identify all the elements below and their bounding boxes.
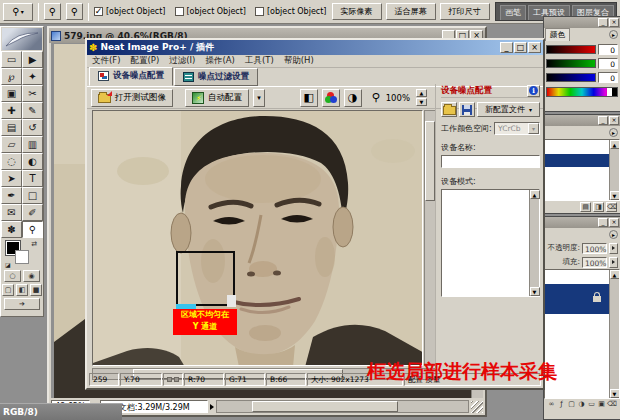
menu-item-0[interactable]: 文件(F) xyxy=(92,55,121,67)
spin-down-icon[interactable]: ▼ xyxy=(416,98,427,106)
background-color[interactable] xyxy=(15,250,29,264)
background-window-titlebar[interactable]: RGB/8) xyxy=(0,403,122,420)
layer-style-icon[interactable]: ƒ xyxy=(557,400,566,410)
option-checkbox-0[interactable]: [object Object] xyxy=(94,7,166,16)
opacity-slider-icon[interactable] xyxy=(609,243,618,254)
new-snapshot-icon[interactable]: ◨ xyxy=(593,202,604,212)
menu-item-5[interactable]: 帮助(H) xyxy=(284,55,314,67)
selection-handle[interactable] xyxy=(227,295,236,307)
green-slider[interactable] xyxy=(546,59,596,68)
option-button-2[interactable]: 打印尺寸 xyxy=(440,3,490,20)
tool-type[interactable]: T xyxy=(22,170,43,187)
history-scrollbar[interactable]: ▲ ▼ xyxy=(609,140,619,200)
color-ramp[interactable] xyxy=(546,87,618,97)
option-checkbox-1[interactable]: [object Object] xyxy=(175,7,247,16)
zoom-spinner[interactable]: ▲ ▼ xyxy=(416,89,427,106)
tab-device-noise-profile[interactable]: 设备噪点配置 xyxy=(89,67,173,86)
close-button[interactable]: × xyxy=(609,18,619,27)
layer-group-icon[interactable]: ▭ xyxy=(587,400,596,410)
checkbox-icon[interactable] xyxy=(175,7,184,16)
red-value[interactable]: 0 xyxy=(598,44,618,55)
tool-crop[interactable]: ▣ xyxy=(1,85,22,102)
tool-path-select[interactable]: ➤ xyxy=(1,170,22,187)
default-colors-icon[interactable]: ◪ xyxy=(5,261,11,268)
tool-preset-picker[interactable]: ⚲ ▾ xyxy=(3,3,33,21)
open-test-image-button[interactable]: 打开测试图像 xyxy=(91,89,173,107)
tool-eraser[interactable]: ▱ xyxy=(1,136,22,153)
blue-value[interactable]: 0 xyxy=(598,72,618,83)
minimize-button[interactable]: _ xyxy=(500,42,513,53)
close-button[interactable]: × xyxy=(609,218,619,227)
resize-grip[interactable] xyxy=(471,401,483,413)
palette-well-tab-0[interactable]: 画笔 xyxy=(500,5,526,20)
layers-scrollbar[interactable]: ▲ ▼ xyxy=(609,270,619,398)
device-mode-listbox[interactable]: ▲ ▼ xyxy=(441,189,540,297)
green-value[interactable]: 0 xyxy=(598,58,618,69)
mask-mode-1[interactable]: ◉ xyxy=(23,270,40,282)
scroll-up-icon[interactable]: ▲ xyxy=(610,270,620,279)
minimize-button[interactable]: _ xyxy=(598,218,608,227)
fill-slider-icon[interactable] xyxy=(609,257,618,268)
close-button[interactable]: × xyxy=(609,116,619,125)
red-slider[interactable] xyxy=(546,45,596,54)
save-profile-button[interactable] xyxy=(459,102,475,117)
screen-mode-0[interactable]: ▢ xyxy=(2,284,14,296)
new-layer-icon[interactable]: ▣ xyxy=(597,400,606,410)
tool-eyedropper[interactable]: ✐ xyxy=(22,204,43,221)
dialog-titlebar[interactable]: ✽ Neat Image Pro+ / 插件 _ □ × xyxy=(87,40,543,55)
preview-zoom-level[interactable]: 100% xyxy=(386,93,410,103)
new-profile-button[interactable]: 新配置文件 ▾ xyxy=(477,102,540,117)
checkbox-icon[interactable] xyxy=(94,7,103,16)
document-hscrollbar[interactable] xyxy=(216,400,469,413)
minimize-button[interactable]: _ xyxy=(598,116,608,125)
screen-mode-1[interactable]: ◧ xyxy=(16,284,28,296)
palette-menu-icon[interactable]: ▸ xyxy=(609,30,618,39)
opacity-value[interactable]: 100% xyxy=(582,243,607,254)
blue-slider[interactable] xyxy=(546,73,596,82)
color-space-select[interactable]: YCrCb ▾ xyxy=(494,122,540,135)
auto-profile-dropdown[interactable]: ▾ xyxy=(253,89,265,107)
menu-item-1[interactable]: 配置(P) xyxy=(131,55,160,67)
scroll-up-icon[interactable]: ▲ xyxy=(530,190,540,199)
maximize-button[interactable]: □ xyxy=(514,42,527,53)
fill-value[interactable]: 100% xyxy=(582,257,607,268)
tool-history-brush[interactable]: ↺ xyxy=(22,119,43,136)
tab-noise-filter-settings[interactable]: 噪点过滤设置 xyxy=(174,68,258,86)
mask-mode-0[interactable]: ○ xyxy=(4,270,21,282)
zoom-in-tool-icon[interactable]: ⚲ xyxy=(44,3,61,20)
delete-layer-icon[interactable]: ⌫ xyxy=(607,400,617,410)
tool-slice[interactable]: ✂ xyxy=(22,85,43,102)
close-button[interactable]: × xyxy=(528,42,541,53)
tool-shape[interactable]: □ xyxy=(22,187,43,204)
jump-to-imageready-button[interactable]: ➔ xyxy=(4,298,40,310)
tab-color[interactable]: 颜色 xyxy=(545,28,570,41)
menu-item-4[interactable]: 工具(T) xyxy=(245,55,274,67)
tool-magic-wand[interactable]: ✦ xyxy=(22,68,43,85)
tool-healing-brush[interactable]: ✚ xyxy=(1,102,22,119)
info-button[interactable]: i xyxy=(527,85,540,97)
status-menu-icon[interactable] xyxy=(210,404,214,410)
tool-move[interactable]: ▶ xyxy=(22,51,43,68)
history-list[interactable]: ▲ ▼ xyxy=(544,139,620,201)
checkbox-icon[interactable] xyxy=(255,7,264,16)
color-palette-titlebar[interactable]: _ × xyxy=(544,17,620,28)
tool-brush[interactable]: ✎ xyxy=(22,102,43,119)
tool-hand[interactable]: ✽ xyxy=(1,221,22,238)
tool-blur[interactable]: ◌ xyxy=(1,153,22,170)
tool-notes[interactable]: ✉ xyxy=(1,204,22,221)
tool-zoom[interactable]: ⚲ xyxy=(22,221,43,238)
history-palette-titlebar[interactable]: _ × xyxy=(544,115,620,126)
load-profile-button[interactable] xyxy=(441,102,457,117)
delete-icon[interactable]: ⌫ xyxy=(606,202,617,212)
adjustment-layer-icon[interactable]: ◑ xyxy=(577,400,586,410)
option-button-1[interactable]: 适合屏幕 xyxy=(386,3,436,20)
layers-palette-titlebar[interactable]: _ × xyxy=(544,217,620,228)
scroll-down-icon[interactable]: ▼ xyxy=(610,191,620,200)
new-document-icon[interactable]: ▤ xyxy=(580,202,591,212)
device-name-input[interactable] xyxy=(441,155,540,168)
screen-mode-2[interactable]: ■ xyxy=(30,284,42,296)
scroll-up-icon[interactable]: ▲ xyxy=(610,140,620,149)
minimize-button[interactable]: _ xyxy=(598,18,608,27)
scroll-down-icon[interactable]: ▼ xyxy=(610,389,620,398)
layer-mask-icon[interactable]: ▢ xyxy=(567,400,576,410)
